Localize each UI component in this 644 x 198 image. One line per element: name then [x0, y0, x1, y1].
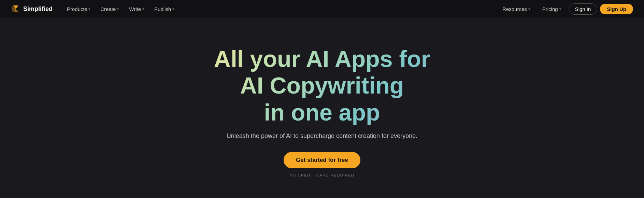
logo-icon — [11, 4, 20, 14]
write-label: Write — [129, 6, 141, 12]
signup-button[interactable]: Sign Up — [600, 4, 633, 14]
nav-item-create[interactable]: Create ▾ — [96, 4, 124, 14]
hero-title: All your AI Apps for AI Copywriting in o… — [214, 45, 430, 126]
hero-line2: AI Copywriting — [240, 72, 404, 98]
no-credit-text: NO CREDIT CARD REQUIRED — [289, 173, 354, 177]
write-chevron-icon: ▾ — [142, 7, 144, 11]
hero-line1: All your AI Apps for — [214, 46, 430, 72]
nav-item-write[interactable]: Write ▾ — [124, 4, 149, 14]
create-label: Create — [100, 6, 116, 12]
publish-chevron-icon: ▾ — [172, 7, 174, 11]
nav-item-pricing[interactable]: Pricing ▾ — [538, 4, 566, 14]
cta-button[interactable]: Get started for free — [284, 152, 360, 168]
navbar: Simplified Products ▾ Create ▾ Write ▾ P… — [0, 0, 644, 18]
nav-right-items: Resources ▾ Pricing ▾ Sign In Sign Up — [498, 3, 633, 15]
brand-name: Simplified — [23, 5, 53, 13]
resources-chevron-icon: ▾ — [528, 7, 530, 11]
pricing-chevron-icon: ▾ — [559, 7, 561, 11]
pricing-label: Pricing — [542, 6, 558, 12]
create-chevron-icon: ▾ — [117, 7, 119, 11]
nav-item-resources[interactable]: Resources ▾ — [498, 4, 535, 14]
signin-button[interactable]: Sign In — [569, 3, 598, 15]
nav-item-products[interactable]: Products ▾ — [62, 4, 95, 14]
brand-logo[interactable]: Simplified — [11, 4, 53, 14]
products-chevron-icon: ▾ — [88, 7, 90, 11]
nav-item-publish[interactable]: Publish ▾ — [149, 4, 179, 14]
publish-label: Publish — [154, 6, 171, 12]
hero-subtitle: Unleash the power of AI to supercharge c… — [227, 132, 417, 140]
products-label: Products — [67, 6, 87, 12]
hero-section: All your AI Apps for AI Copywriting in o… — [0, 18, 644, 198]
hero-line3: in one app — [264, 99, 380, 125]
nav-left-items: Products ▾ Create ▾ Write ▾ Publish ▾ — [62, 4, 496, 14]
resources-label: Resources — [502, 6, 527, 12]
